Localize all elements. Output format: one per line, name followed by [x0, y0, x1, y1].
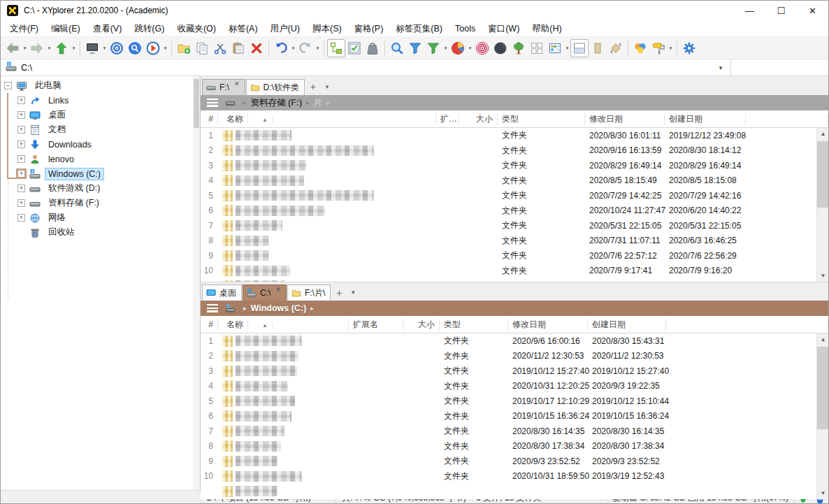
table-row[interactable]: 4 文件夹 2020/10/31 12:20:25 2020/9/3 19:22… — [201, 379, 816, 394]
bullseye-button[interactable] — [108, 39, 126, 57]
drive-icon[interactable] — [225, 98, 236, 108]
menu-item[interactable]: Tools — [449, 20, 482, 37]
table-row[interactable]: 9 文件夹 2020/7/6 22:57:12 2020/7/6 22:56:2… — [201, 248, 816, 264]
tree-item-network[interactable]: +网络 — [1, 210, 200, 225]
tree-scrollbar-thumb[interactable] — [194, 79, 199, 128]
top-pane-scrollbar[interactable]: ▲ ▼ — [816, 128, 828, 282]
tree-item-drive-d[interactable]: +软件游戏 (D:) — [1, 181, 200, 196]
pie-chart-button[interactable] — [449, 39, 467, 57]
table-row[interactable]: 6 文件夹 2019/10/15 16:36:24 2019/10/15 16:… — [201, 409, 816, 424]
menu-item[interactable]: 窗格(P) — [348, 20, 390, 37]
details-view-button[interactable] — [546, 39, 564, 57]
size-weight-button[interactable] — [363, 39, 382, 57]
breadcrumb-segment[interactable]: Windows (C:) — [251, 303, 307, 313]
tab-list-dropdown[interactable]: ▼ — [347, 289, 359, 296]
table-row[interactable]: 1 文件夹 2020/8/30 16:01:11 2019/12/12 23:4… — [201, 128, 816, 143]
table-row[interactable]: 3 文件夹 2019/10/12 15:27:40 2019/10/12 15:… — [201, 363, 816, 379]
menu-item[interactable]: 编辑(E) — [45, 20, 87, 37]
column-header-type[interactable]: 类型 — [440, 319, 508, 331]
rotate-pane-button[interactable] — [607, 39, 625, 57]
bottom-pane-scrollbar[interactable]: ▲ ▼ — [816, 333, 828, 499]
expand-plus[interactable]: + — [17, 185, 25, 192]
collapse-expander[interactable]: − — [4, 82, 12, 89]
redo-dropdown[interactable]: ▾ — [315, 45, 321, 51]
tree-item-documents[interactable]: +文档 — [1, 122, 200, 137]
roller-dropdown[interactable]: ▾ — [668, 45, 674, 51]
tree-item-drive-f[interactable]: +资料存储 (F:) — [1, 196, 200, 210]
menu-item[interactable]: 脚本(S) — [306, 20, 348, 37]
up-dropdown[interactable]: ▾ — [71, 45, 77, 51]
menu-item[interactable]: 文件(F) — [3, 20, 45, 37]
tree-item-user[interactable]: +lenovo — [1, 152, 200, 166]
table-row[interactable]: 5 文件夹 2020/7/29 14:42:25 2020/7/29 14:42… — [201, 188, 816, 203]
table-row[interactable]: 5 文件夹 2019/10/17 12:10:29 2019/10/12 15:… — [201, 394, 816, 409]
tree-item-downloads[interactable]: +Downloads — [1, 137, 200, 152]
new-tab-button[interactable]: + — [305, 81, 321, 92]
expand-plus[interactable]: + — [17, 199, 25, 207]
tab-close-icon[interactable]: ✕ — [234, 80, 240, 87]
tab-c-drive[interactable]: C:\✕ — [243, 285, 287, 301]
minimize-button[interactable]: — — [734, 1, 765, 20]
expand-plus[interactable]: + — [17, 126, 25, 134]
menu-item[interactable]: 收藏夹(O) — [171, 20, 222, 37]
tab-f-pian[interactable]: F:\片\ — [287, 285, 331, 301]
menu-item[interactable]: 查看(V) — [87, 20, 129, 37]
pie-dropdown[interactable]: ▾ — [467, 45, 473, 51]
expand-plus[interactable]: + — [17, 155, 25, 163]
paste-button[interactable] — [229, 39, 247, 57]
column-header-type[interactable]: 类型 — [498, 113, 585, 125]
scrollbar-thumb[interactable] — [817, 347, 828, 429]
table-row[interactable]: 6 文件夹 2020/10/24 11:27:47 2020/6/20 14:4… — [201, 203, 816, 219]
checkbox-system-button[interactable] — [345, 39, 363, 57]
address-dropdown[interactable]: ▾ — [711, 64, 730, 71]
back-dropdown[interactable]: ▾ — [22, 45, 28, 51]
column-header-modified[interactable]: 修改日期 — [585, 113, 665, 125]
go-dropdown[interactable]: ▾ — [162, 45, 168, 51]
drive-windows-icon[interactable] — [225, 303, 236, 313]
expand-plus[interactable]: + — [17, 141, 25, 148]
table-row[interactable]: 1 文件夹 2020/9/6 16:00:16 2020/8/30 15:43:… — [201, 333, 816, 349]
tab-f-drive[interactable]: F:\✕ — [202, 79, 245, 95]
details-dropdown[interactable]: ▾ — [564, 45, 570, 51]
menu-item[interactable]: 标签页集(B) — [389, 20, 449, 37]
column-header-ext[interactable]: 扩… — [436, 113, 459, 125]
maximize-button[interactable]: ☐ — [765, 1, 797, 20]
horizontal-split-button[interactable] — [570, 39, 589, 57]
table-row[interactable]: 10 文件夹 2020/7/9 9:17:41 2020/7/9 9:16:20 — [201, 264, 816, 279]
tree-item-this-pc[interactable]: −此电脑 — [1, 78, 200, 93]
expand-plus[interactable]: + — [17, 111, 25, 119]
tree-item-drive-c[interactable]: +Windows (C:) — [1, 166, 200, 181]
table-row[interactable]: 3 文件夹 2020/8/29 16:49:14 2020/8/29 16:49… — [201, 158, 816, 173]
desktop-dropdown[interactable]: ▾ — [101, 45, 108, 51]
tab-d-software[interactable]: D:\软件类 — [246, 79, 305, 95]
column-header-created[interactable]: 创建日期 — [665, 113, 746, 125]
quad-pane-button[interactable] — [528, 39, 546, 57]
go-circle-button[interactable] — [144, 39, 162, 57]
table-row[interactable]: 2 文件夹 2020/9/16 16:13:59 2020/8/30 18:14… — [201, 143, 816, 159]
filter-green-dropdown[interactable]: ▾ — [442, 45, 449, 51]
desktop-button[interactable] — [83, 39, 101, 57]
tree-scrollbar[interactable] — [193, 76, 200, 490]
tab-close-icon[interactable]: ✕ — [275, 285, 281, 293]
new-tab-button[interactable]: + — [331, 287, 347, 298]
live-filter-box[interactable] — [730, 59, 828, 75]
table-row[interactable] — [201, 278, 816, 282]
new-folder-button[interactable] — [175, 39, 193, 57]
redo-button[interactable] — [296, 39, 315, 57]
filter-input[interactable] — [740, 62, 829, 74]
column-header-index[interactable]: # — [201, 113, 218, 125]
find-button[interactable] — [388, 39, 406, 57]
undo-button[interactable] — [272, 39, 290, 57]
menu-item[interactable]: 窗口(W) — [482, 20, 526, 37]
menu-item[interactable]: 用户(U) — [264, 20, 306, 37]
expand-plus-traced[interactable]: + — [17, 170, 25, 178]
tree-item-desktop[interactable]: +桌面 — [1, 108, 200, 122]
hamburger-menu-icon[interactable] — [207, 99, 218, 107]
table-row[interactable]: 10 文件夹 2020/10/31 18:59:50 2019/3/19 12:… — [201, 469, 816, 484]
table-row[interactable] — [201, 484, 816, 499]
table-row[interactable]: 2 文件夹 2020/11/2 12:30:53 2020/11/2 12:30… — [201, 349, 816, 364]
close-button[interactable]: ✕ — [797, 1, 828, 20]
column-header-name[interactable]: 名称▲ — [218, 319, 349, 331]
column-header-size[interactable]: 大小 — [403, 319, 440, 331]
table-row[interactable]: 8 文件夹 2020/8/30 17:38:34 2020/8/30 17:38… — [201, 439, 816, 454]
